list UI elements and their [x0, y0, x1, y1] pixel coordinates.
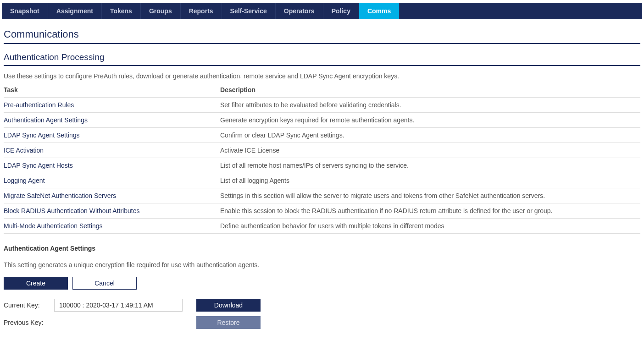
task-table: Task Description Pre-authentication Rule…: [4, 84, 640, 234]
task-desc: Settings in this section will allow the …: [220, 188, 640, 203]
cancel-button[interactable]: Cancel: [72, 277, 137, 290]
nav-tab-self-service[interactable]: Self-Service: [222, 3, 276, 19]
task-desc: Generate encryption keys required for re…: [220, 113, 640, 128]
current-key-label: Current Key:: [4, 302, 50, 309]
restore-button: Restore: [196, 316, 261, 329]
task-desc: Activate ICE License: [220, 143, 640, 158]
task-link-auth-agent-settings[interactable]: Authentication Agent Settings: [4, 116, 88, 124]
task-link-preauth-rules[interactable]: Pre-authentication Rules: [4, 101, 74, 109]
task-link-migrate-safenet[interactable]: Migrate SafeNet Authentication Servers: [4, 192, 116, 199]
table-row: ICE Activation Activate ICE License: [4, 143, 640, 158]
task-desc: Enable this session to block the RADIUS …: [220, 203, 640, 219]
previous-key-label: Previous Key:: [4, 319, 50, 326]
task-link-ldap-sync-hosts[interactable]: LDAP Sync Agent Hosts: [4, 162, 73, 169]
create-button[interactable]: Create: [4, 277, 68, 290]
task-link-block-radius[interactable]: Block RADIUS Authentication Without Attr…: [4, 207, 139, 214]
create-cancel-row: Create Cancel: [4, 277, 640, 290]
task-link-multi-mode[interactable]: Multi-Mode Authentication Settings: [4, 222, 103, 230]
subsection-desc: This setting generates a unique encrypti…: [4, 252, 640, 277]
intro-text: Use these settings to configure PreAuth …: [4, 66, 640, 84]
top-nav: Snapshot Assignment Tokens Groups Report…: [2, 3, 642, 19]
current-key-input[interactable]: [54, 299, 183, 312]
task-link-ice-activation[interactable]: ICE Activation: [4, 147, 44, 154]
nav-tab-groups[interactable]: Groups: [141, 3, 181, 19]
nav-tab-comms[interactable]: Comms: [359, 3, 400, 19]
task-desc: Define authentication behavior for users…: [220, 219, 640, 234]
task-desc: Confirm or clear LDAP Sync Agent setting…: [220, 128, 640, 143]
table-row: Pre-authentication Rules Set filter attr…: [4, 98, 640, 113]
section-title: Authentication Processing: [4, 44, 640, 66]
task-link-logging-agent[interactable]: Logging Agent: [4, 177, 45, 184]
content-area: Communications Authentication Processing…: [0, 19, 644, 329]
table-row: Multi-Mode Authentication Settings Defin…: [4, 219, 640, 234]
table-row: LDAP Sync Agent Hosts List of all remote…: [4, 158, 640, 173]
download-button[interactable]: Download: [196, 299, 261, 312]
key-grid: Current Key: Download Previous Key: Rest…: [4, 299, 640, 329]
task-desc: Set filter attributes to be evaluated be…: [220, 98, 640, 113]
nav-tab-tokens[interactable]: Tokens: [102, 3, 141, 19]
task-link-ldap-sync-settings[interactable]: LDAP Sync Agent Settings: [4, 132, 80, 139]
nav-tab-snapshot[interactable]: Snapshot: [2, 3, 48, 19]
nav-tab-reports[interactable]: Reports: [181, 3, 222, 19]
table-row: Migrate SafeNet Authentication Servers S…: [4, 188, 640, 203]
task-desc: List of all remote host names/IPs of ser…: [220, 158, 640, 173]
description-header: Description: [220, 84, 640, 98]
task-header: Task: [4, 84, 220, 98]
nav-tab-policy[interactable]: Policy: [323, 3, 359, 19]
task-desc: List of all logging Agents: [220, 173, 640, 188]
table-row: Authentication Agent Settings Generate e…: [4, 113, 640, 128]
page-title: Communications: [4, 24, 640, 44]
subsection-title: Authentication Agent Settings: [4, 234, 640, 252]
nav-tab-assignment[interactable]: Assignment: [48, 3, 102, 19]
table-row: Logging Agent List of all logging Agents: [4, 173, 640, 188]
nav-tab-operators[interactable]: Operators: [276, 3, 323, 19]
table-row: LDAP Sync Agent Settings Confirm or clea…: [4, 128, 640, 143]
table-row: Block RADIUS Authentication Without Attr…: [4, 203, 640, 219]
